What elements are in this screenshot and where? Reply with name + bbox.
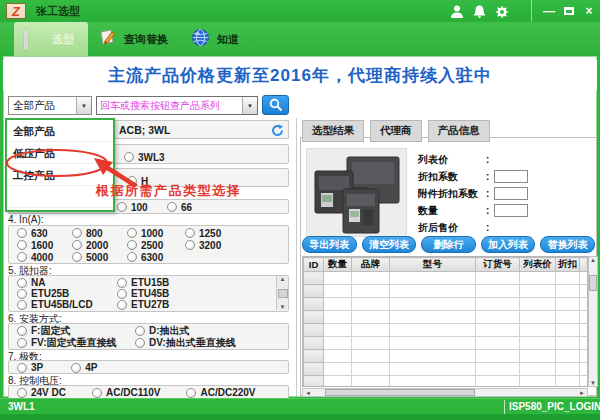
scrollbar-thumb[interactable] <box>325 389 475 396</box>
tab-selection[interactable]: 选型 <box>14 22 88 56</box>
radio-option[interactable]: AC/DC110V <box>92 387 160 398</box>
radio-option[interactable]: 2500 <box>127 239 185 251</box>
bell-icon[interactable] <box>473 5 486 18</box>
table-cell <box>352 376 390 388</box>
table-cell <box>580 298 589 311</box>
scroll-down-icon[interactable]: ▼ <box>590 380 596 386</box>
table-cell <box>352 311 390 324</box>
table-cell <box>476 350 520 363</box>
list-action-button[interactable]: 导出列表 <box>302 236 357 253</box>
scrollbar-thumb[interactable] <box>589 275 597 291</box>
column-header[interactable]: 品牌 <box>352 258 390 272</box>
column-header[interactable]: 数量 <box>324 258 352 272</box>
trip-list-scrollbar[interactable]: ▲▼ <box>276 276 288 310</box>
table-cell <box>580 363 589 376</box>
dropdown-item[interactable]: 全部产品 <box>7 120 113 142</box>
column-header[interactable]: 折扣 <box>556 258 580 272</box>
scroll-left-icon[interactable]: ◄ <box>303 390 313 396</box>
list-action-button[interactable]: 删除行 <box>421 236 476 253</box>
radio-option[interactable]: 1250 <box>185 227 288 239</box>
table-cell <box>324 272 352 285</box>
user-icon[interactable] <box>450 5 464 18</box>
result-tab[interactable]: 产品信息 <box>428 120 490 142</box>
table-row[interactable] <box>304 363 589 376</box>
table-row[interactable] <box>304 376 589 388</box>
radio-option[interactable]: 1000 <box>127 227 185 239</box>
table-row[interactable] <box>304 285 589 298</box>
radio-option[interactable]: 3200 <box>185 239 288 251</box>
radio-icon <box>186 388 196 398</box>
table-row[interactable] <box>304 311 589 324</box>
category-select[interactable]: 全部产品 ▼ <box>8 96 92 115</box>
table-row[interactable] <box>304 350 589 363</box>
search-button[interactable] <box>262 95 289 115</box>
radio-option[interactable]: 5000 <box>72 251 127 263</box>
table-row[interactable] <box>304 272 589 285</box>
radio-option[interactable]: 630 <box>17 227 72 239</box>
radio-option[interactable]: 3WL3 <box>124 152 165 163</box>
scroll-right-icon[interactable]: ► <box>577 390 587 396</box>
column-header[interactable]: 列表价 <box>520 258 556 272</box>
list-action-button[interactable]: 加入列表 <box>481 236 536 253</box>
close-button[interactable]: × <box>582 4 596 18</box>
promo-banner-text: 主流产品价格更新至2016年，代理商持续入驻中 <box>108 64 492 87</box>
scroll-up-icon[interactable]: ▲ <box>590 257 596 263</box>
radio-option[interactable]: FV:固定式垂直接线 <box>17 337 135 349</box>
window-bottom-edge <box>0 414 600 420</box>
table-row[interactable] <box>304 324 589 337</box>
search-combobox[interactable]: ▼ <box>96 96 258 115</box>
result-tab[interactable]: 选型结果 <box>302 120 364 142</box>
radio-option[interactable]: 1600 <box>17 239 72 251</box>
tab-query-replace[interactable]: 查询替换 <box>88 22 182 56</box>
radio-icon <box>135 326 145 336</box>
table-cell <box>476 324 520 337</box>
restore-button[interactable] <box>564 7 574 15</box>
table-cell <box>352 324 390 337</box>
radio-option[interactable]: 3P <box>17 362 43 373</box>
quantity-input[interactable] <box>494 204 528 217</box>
table-cell <box>352 298 390 311</box>
search-input[interactable] <box>97 100 242 111</box>
scroll-down-icon[interactable]: ▼ <box>280 304 286 310</box>
column-header[interactable]: 型号 <box>390 258 476 272</box>
table-cell <box>390 285 476 298</box>
table-vertical-scrollbar[interactable]: ▲ ▼ <box>588 256 598 387</box>
radio-option[interactable]: 800 <box>72 227 127 239</box>
result-tab[interactable]: 代理商 <box>370 120 422 142</box>
table-cell <box>580 272 589 285</box>
radio-option[interactable]: 4P <box>71 362 97 373</box>
radio-option[interactable]: 100 <box>117 201 167 213</box>
table-cell <box>324 350 352 363</box>
radio-option[interactable]: 66 <box>167 201 288 213</box>
scrollbar-thumb[interactable] <box>278 289 288 298</box>
table-cell <box>556 350 580 363</box>
discount-input[interactable] <box>494 170 528 183</box>
gear-icon[interactable] <box>495 5 508 18</box>
scroll-up-icon[interactable]: ▲ <box>280 276 286 282</box>
radio-icon <box>72 252 82 262</box>
table-cell <box>580 285 589 298</box>
radio-option[interactable]: 24V DC <box>17 387 66 398</box>
tab-know[interactable]: 知道 <box>182 22 253 56</box>
table-horizontal-scrollbar[interactable]: ◄ ► <box>302 388 588 397</box>
list-action-button[interactable]: 替换列表 <box>540 236 595 253</box>
table-row[interactable] <box>304 298 589 311</box>
dropdown-item[interactable]: 低压产品 <box>7 142 113 164</box>
list-action-button[interactable]: 清空列表 <box>362 236 417 253</box>
column-header[interactable]: ID <box>304 258 324 272</box>
chevron-down-icon[interactable]: ▼ <box>76 97 91 114</box>
minimize-button[interactable]: — <box>542 4 556 18</box>
column-header[interactable]: 售 <box>580 258 589 272</box>
table-cell <box>390 272 476 285</box>
radio-option[interactable]: 2000 <box>72 239 127 251</box>
accessory-discount-input[interactable] <box>494 187 528 200</box>
radio-option[interactable]: 6300 <box>127 251 185 263</box>
table-row[interactable] <box>304 337 589 350</box>
refresh-icon[interactable] <box>271 123 284 141</box>
radio-option[interactable]: 4000 <box>17 251 72 263</box>
column-header[interactable]: 订货号 <box>476 258 520 272</box>
chevron-down-icon[interactable]: ▼ <box>242 97 257 114</box>
radio-option[interactable]: AC/DC220V <box>186 387 255 398</box>
table-cell <box>476 376 520 388</box>
radio-option[interactable]: DV:抽出式垂直接线 <box>135 337 288 349</box>
